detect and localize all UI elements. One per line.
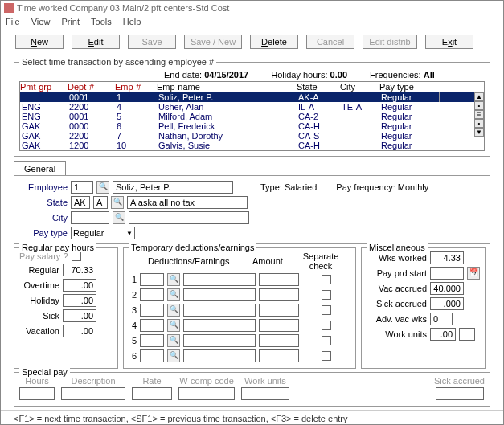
state-desc-field[interactable] [127, 196, 248, 209]
deduct-desc-6[interactable] [183, 349, 256, 362]
table-row[interactable]: ENG00015Milford, AdamCA-2Regular [20, 112, 484, 121]
exit-button[interactable]: Exit [425, 35, 473, 49]
deduct-sep-check-4[interactable] [322, 321, 331, 330]
deduct-code-5[interactable] [140, 334, 164, 347]
sp-sick[interactable] [436, 387, 484, 400]
vacation-hours[interactable] [63, 325, 96, 337]
deduct-amount-5[interactable] [259, 334, 299, 347]
deduct-code-6[interactable] [140, 349, 164, 362]
city-desc-field[interactable] [129, 211, 249, 224]
paytype-label: Pay type [19, 228, 68, 238]
menu-print[interactable]: Print [61, 17, 80, 27]
cancel-button[interactable]: Cancel [306, 35, 354, 49]
menu-file[interactable]: File [6, 17, 20, 27]
delete-button[interactable]: Delete [250, 35, 298, 49]
overtime-hours[interactable] [63, 279, 96, 292]
col-emp[interactable]: Emp-# [115, 82, 154, 92]
col-paytype[interactable]: Pay type [379, 82, 436, 92]
scroll-button[interactable]: ≡ [474, 110, 484, 119]
sp-desc[interactable] [61, 387, 125, 400]
paytype-select[interactable]: Regular ▼ [71, 227, 135, 239]
new-button[interactable]: New [15, 35, 64, 49]
col-name[interactable]: Emp-name [157, 82, 293, 92]
wks-worked[interactable] [430, 251, 464, 264]
table-row[interactable]: ENG22004Usher, AlanIL-ATE-ARegular [20, 102, 484, 112]
deduct-code-4[interactable] [140, 319, 164, 332]
chevron-down-icon[interactable]: ▼ [126, 230, 133, 237]
col-city[interactable]: City [340, 82, 376, 92]
vac-accrued[interactable] [430, 282, 464, 295]
table-row[interactable]: GAK00006Pell, FrederickCA-HRegular [20, 121, 484, 131]
sick-hours[interactable] [63, 309, 96, 322]
deduct-amount-2[interactable] [259, 288, 299, 301]
col-dept[interactable]: Dept-# [68, 82, 112, 92]
pay-prd-start[interactable] [430, 267, 464, 280]
deduct-code-3[interactable] [140, 304, 164, 317]
sp-wcomp[interactable] [178, 387, 235, 400]
sp-hours[interactable] [19, 387, 55, 400]
scroll-button[interactable]: • [474, 119, 484, 128]
regular-pay-hours-group: Regular pay hours Pay salary ? Regular O… [14, 247, 118, 369]
adv-vac-wks[interactable] [430, 313, 453, 325]
menu-tools[interactable]: Tools [91, 17, 112, 27]
deduct-lookup-5[interactable]: 🔍 [167, 334, 180, 347]
work-units[interactable] [430, 328, 456, 341]
calendar-icon[interactable]: 📅 [467, 267, 480, 280]
city-field[interactable] [71, 211, 109, 224]
deduct-code-2[interactable] [140, 288, 164, 301]
menu-help[interactable]: Help [123, 17, 141, 27]
table-row[interactable]: GAK120010Galvis, SusieCA-HRegular [20, 141, 484, 150]
scroll-button[interactable]: ▲ [474, 92, 484, 101]
col-state[interactable]: State [297, 82, 337, 92]
state-field-2[interactable] [93, 196, 108, 209]
deduct-desc-5[interactable] [183, 334, 256, 347]
deduct-sep-check-5[interactable] [322, 336, 331, 345]
deduct-desc-4[interactable] [183, 319, 256, 332]
col-pmt[interactable]: Pmt-grp [20, 82, 64, 92]
employee-lookup-icon[interactable]: 🔍 [96, 181, 109, 194]
deduct-desc-2[interactable] [183, 288, 256, 301]
deduct-amount-6[interactable] [259, 349, 299, 362]
employee-name-field[interactable] [113, 181, 233, 194]
table-row[interactable]: GAK22007Nathan, DorothyCA-SRegular [20, 131, 484, 141]
tab-general[interactable]: General [14, 161, 66, 175]
deduct-amount-4[interactable] [259, 319, 299, 332]
grid-body[interactable]: 00011Soliz, Peter P.AK-ARegularENG22004U… [20, 92, 484, 150]
deduct-amount-3[interactable] [259, 304, 299, 317]
pay-salary-checkbox[interactable] [72, 251, 81, 261]
work-units-2[interactable] [459, 328, 475, 341]
type-label: Type: Salaried [260, 182, 317, 192]
deduct-lookup-3[interactable]: 🔍 [167, 304, 180, 317]
deduct-lookup-6[interactable]: 🔍 [167, 349, 180, 362]
deduct-sep-check-1[interactable] [322, 275, 331, 284]
save-new-button[interactable]: Save / New [184, 35, 242, 49]
sp-wu[interactable] [241, 387, 289, 400]
temp-deductions-group: Temporary deductions/earnings Deductions… [123, 247, 356, 369]
state-label: State [19, 198, 68, 207]
deduct-lookup-1[interactable]: 🔍 [167, 273, 180, 286]
employee-field[interactable] [71, 181, 93, 194]
deduct-desc-1[interactable] [183, 273, 256, 286]
table-row[interactable]: 00011Soliz, Peter P.AK-ARegular [20, 92, 484, 102]
deduct-sep-check-3[interactable] [322, 305, 331, 315]
scroll-button[interactable]: ▼ [474, 128, 484, 137]
regular-hours[interactable] [63, 264, 96, 276]
deduct-desc-3[interactable] [183, 304, 256, 317]
scroll-button[interactable]: • [474, 101, 484, 110]
edit-button[interactable]: Edit [72, 35, 120, 49]
deduct-lookup-2[interactable]: 🔍 [167, 288, 180, 301]
edit-distrib-button[interactable]: Edit distrib [363, 35, 417, 49]
sick-accrued[interactable] [430, 297, 464, 310]
city-lookup-icon[interactable]: 🔍 [113, 211, 125, 224]
sp-rate[interactable] [132, 387, 172, 400]
state-field-1[interactable] [71, 196, 90, 209]
deduct-sep-check-2[interactable] [322, 290, 331, 300]
deduct-sep-check-6[interactable] [322, 351, 331, 361]
deduct-lookup-4[interactable]: 🔍 [167, 319, 180, 332]
deduct-amount-1[interactable] [259, 273, 299, 286]
menu-view[interactable]: View [31, 17, 51, 27]
save-button[interactable]: Save [128, 35, 176, 49]
deduct-code-1[interactable] [140, 273, 164, 286]
holiday-hours-field[interactable] [63, 294, 96, 307]
state-lookup-icon[interactable]: 🔍 [111, 196, 124, 209]
